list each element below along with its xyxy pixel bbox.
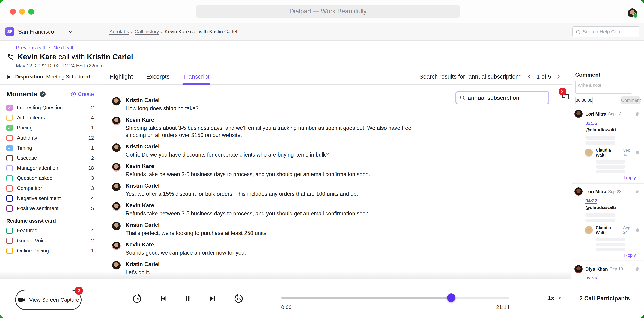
timestamp-link[interactable]: 02:36 [586,276,597,279]
office-badge: SF [5,27,14,36]
slider-fill [281,297,451,299]
moment-count: 12 [88,135,94,141]
moment-row-positive-sentiment[interactable]: ✓ Positive sentiment 5 [6,203,94,213]
trash-icon[interactable] [635,189,640,194]
moment-count: 1 [91,145,94,151]
comment-submit-button[interactable]: Comment [621,97,640,104]
trash-icon[interactable] [635,267,640,271]
skip-back-15-icon[interactable]: 15 [234,293,244,304]
moment-row-features[interactable]: ✓ Features 4 [6,226,94,236]
breadcrumb-current: Kevin Kare call with Kristin Carlel [165,29,237,35]
help-icon[interactable]: ? [40,91,46,97]
timestamp-link[interactable]: 02:36 [586,121,597,126]
timestamp-link[interactable]: 04:22 [586,198,597,203]
call-participants-link[interactable]: 2 Call Participants [580,295,630,303]
view-screen-capture-button[interactable]: View Screen Capture 2 [15,290,82,310]
avatar [574,110,582,118]
mention[interactable]: @claudiawalti [586,127,616,133]
skip-forward-15-icon[interactable]: 15 [132,293,142,304]
chevron-right-icon[interactable] [556,74,561,79]
moment-row-google-voice[interactable]: ✓ Google Voice 2 [6,236,94,246]
previous-track-icon[interactable] [159,294,167,303]
timestamp-field[interactable]: 00:00:00 [575,97,593,104]
avatar [112,183,120,191]
moment-row-question-asked[interactable]: ✓ Question asked 3 [6,173,94,183]
user-avatar[interactable] [628,9,637,18]
comment-reply: Claudia Walti Sep 24 [585,225,641,251]
moment-count: 1 [91,248,94,254]
zoom-window-button[interactable] [28,9,34,15]
mention[interactable]: @claudiawalti [586,205,616,210]
transcript-list[interactable]: Kristin CarlelHow long does shipping tak… [102,85,572,279]
next-track-icon[interactable] [208,294,216,303]
playback-slider[interactable]: 0:00 21:14 [281,279,510,318]
next-call-link[interactable]: Next call [54,45,73,51]
slider-thumb[interactable] [447,293,456,302]
moment-row-manager-attention[interactable]: ✓ Manager attention 18 [6,163,94,173]
checkbox-unchecked[interactable]: ✓ [6,165,13,171]
playback-speed-selector[interactable]: 1x [547,294,562,302]
avatar [112,117,120,125]
checkbox-checked[interactable]: ✓ [6,105,13,111]
tabs-row: Highlight Excerpts Transcript Search res… [102,69,572,85]
moment-row-action-items[interactable]: ✓ Action items 4 [6,113,94,123]
chevron-left-icon[interactable] [526,74,532,79]
checkbox-unchecked[interactable]: ✓ [6,238,13,244]
checkbox-unchecked[interactable]: ✓ [6,195,13,202]
office-switcher[interactable]: SF San Francisco [0,23,102,40]
caret-down-icon [557,295,562,300]
transcript-entry: Kristin CarlelHow long does shipping tak… [112,97,564,112]
trash-icon[interactable] [635,150,640,155]
checkbox-unchecked[interactable]: ✓ [6,115,13,121]
trash-icon[interactable] [635,228,640,232]
help-search-input[interactable] [582,29,636,35]
moment-row-interesting-question[interactable]: ✓ Interesting Question 2 [6,103,94,113]
moment-count: 2 [91,105,94,111]
create-moment-button[interactable]: Create [70,91,94,97]
moment-row-online-pricing[interactable]: ✓ Online Pricing 1 [6,246,94,256]
moment-row-competitor[interactable]: ✓ Competitor 3 [6,183,94,193]
checkbox-unchecked[interactable]: ✓ [6,175,13,181]
tab-highlight[interactable]: Highlight [110,69,133,84]
checkbox-unchecked[interactable]: ✓ [6,205,13,212]
tab-excerpts[interactable]: Excerpts [146,69,170,84]
checkbox-checked[interactable]: ✓ [6,145,13,151]
breadcrumb-link-call-history[interactable]: Call history [134,29,159,35]
slider-track[interactable] [281,297,510,299]
previous-call-link[interactable]: Previous call [16,45,45,51]
moment-row-pricing[interactable]: ✓ Pricing 1 [6,123,94,133]
minimize-window-button[interactable] [19,9,25,15]
sidebar: ▶ Disposition: Meeting Scheduled Moments… [0,69,102,279]
note-input[interactable] [578,83,630,92]
window-title: Dialpad — Work Beautifully [289,8,367,15]
current-time: 0:00 [281,304,292,310]
moment-row-authority[interactable]: ✓ Authority 12 [6,133,94,143]
tab-transcript[interactable]: Transcript [183,69,210,84]
transcript-entry: Kristin CarlelThat's perfect, we're look… [112,222,564,237]
trash-icon[interactable] [635,112,640,116]
checkbox-unchecked[interactable]: ✓ [6,185,13,191]
browser-address-pill[interactable]: Dialpad — Work Beautifully [196,5,460,18]
help-center-search[interactable] [572,26,640,38]
breadcrumb-link-aerolabs[interactable]: Aerolabs [110,29,129,35]
checkbox-unchecked[interactable]: ✓ [6,135,13,141]
breadcrumb: Aerolabs / Call history / Kevin Kare cal… [102,23,237,40]
comment-threads[interactable]: Lori Mitra Sep 13 02:36 @claudiawalti [572,106,644,279]
checkbox-unchecked[interactable]: ✓ [6,227,13,234]
checkbox-unchecked[interactable]: ✓ [6,155,13,161]
moment-row-timing[interactable]: ✓ Timing 1 [6,143,94,153]
pause-icon[interactable] [184,295,192,302]
pagination-count: 1 of 5 [536,73,551,80]
reply-link[interactable]: Reply [574,175,636,180]
reply-link[interactable]: Reply [574,252,636,258]
play-triangle-icon: ▶ [8,74,11,80]
checkbox-checked[interactable]: ✓ [6,125,13,131]
moment-count: 4 [91,115,94,121]
close-window-button[interactable] [10,9,16,15]
chevron-down-icon [68,29,73,34]
moment-row-negative-sentiment[interactable]: ✓ Negative sentiment 4 [6,193,94,203]
checkbox-unchecked[interactable]: ✓ [6,248,13,254]
avatar [112,222,120,230]
disposition-row[interactable]: ▶ Disposition: Meeting Scheduled [0,69,102,85]
moment-row-usecase[interactable]: ✓ Usecase 2 [6,153,94,163]
